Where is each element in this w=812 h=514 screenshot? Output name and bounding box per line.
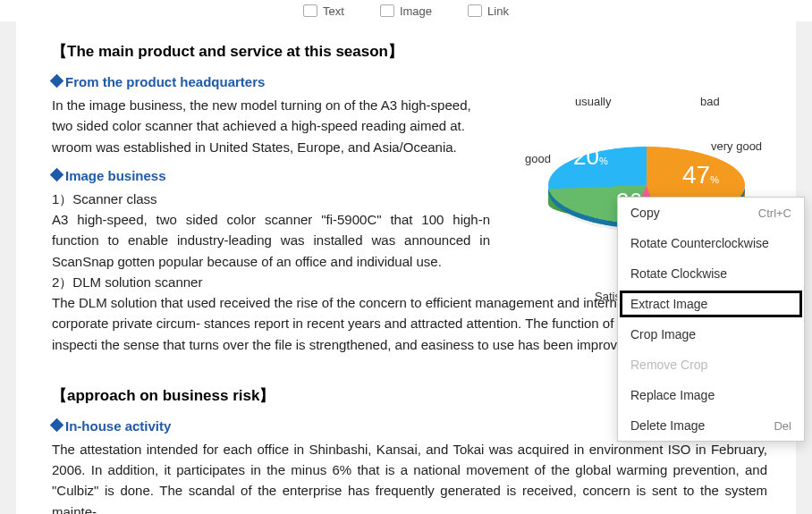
section-title-1: 【The main product and service at this se… (52, 41, 760, 62)
shortcut-delete: Del (774, 419, 791, 433)
label-very-good: very good (711, 139, 762, 153)
toolbar-link-label: Link (487, 4, 509, 18)
pct-47: 47% (682, 161, 719, 190)
toolbar: Text Image Link (0, 0, 812, 21)
toolbar-text[interactable]: Text (303, 4, 344, 18)
menu-replace-image[interactable]: Replace Image (618, 380, 804, 410)
toolbar-image[interactable]: Image (380, 4, 432, 18)
menu-extract-image[interactable]: Extract Image (618, 289, 804, 319)
menu-rotate-cw[interactable]: Rotate Clockwise (618, 258, 804, 289)
label-usually: usually (575, 95, 611, 108)
link-icon (468, 4, 482, 17)
menu-rotate-ccw[interactable]: Rotate Counterclockwise (618, 228, 804, 258)
toolbar-image-label: Image (400, 4, 432, 18)
pct-7: 7% (652, 125, 670, 144)
paragraph-2: A3 high-speed, two sided color scanner "… (52, 209, 490, 272)
pct-20: 20% (573, 143, 608, 171)
context-menu: Copy Ctrl+C Rotate Counterclockwise Rota… (617, 197, 805, 442)
image-icon (380, 4, 394, 17)
diamond-icon (50, 74, 64, 88)
diamond-icon (50, 167, 64, 181)
diamond-icon (50, 417, 64, 432)
toolbar-text-label: Text (323, 4, 344, 18)
label-bad: bad (700, 95, 720, 108)
subhead-product-hq: From the product headquarters (52, 74, 760, 89)
line-scanner-class: 1）Scanner class (52, 189, 490, 209)
menu-remove-crop: Remove Crop (618, 350, 804, 380)
paragraph-4: The attestation intended for each office… (52, 439, 767, 514)
toolbar-link[interactable]: Link (468, 4, 509, 18)
text-icon (303, 4, 317, 17)
paragraph-1: In the image business, the new model tur… (52, 95, 490, 157)
menu-delete-image[interactable]: Delete Image Del (618, 410, 804, 441)
menu-copy[interactable]: Copy Ctrl+C (618, 198, 804, 228)
label-good: good (525, 152, 551, 165)
shortcut-copy: Ctrl+C (758, 206, 791, 220)
line-dlm: 2）DLM solution scanner (52, 272, 490, 292)
menu-crop-image[interactable]: Crop Image (618, 319, 804, 350)
